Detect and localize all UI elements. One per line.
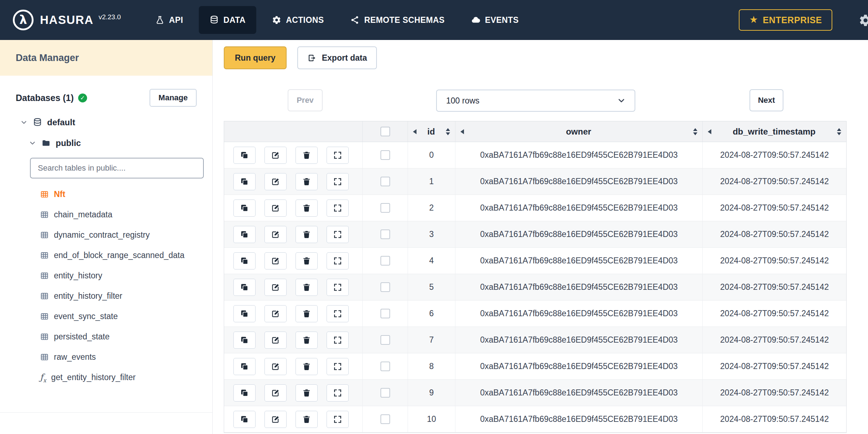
tree-item-default-database[interactable]: default <box>0 112 212 133</box>
expand-row-button[interactable] <box>327 226 349 243</box>
sort-icon[interactable] <box>837 128 841 135</box>
sidebar-table-chain_metadata[interactable]: chain_metadata <box>0 205 212 225</box>
row-checkbox[interactable] <box>380 309 390 318</box>
sidebar-divider <box>0 412 212 413</box>
clone-row-button[interactable] <box>233 332 256 349</box>
delete-row-button[interactable] <box>296 411 318 428</box>
enterprise-button[interactable]: ★ ENTERPRISE <box>739 9 832 31</box>
row-checkbox[interactable] <box>380 335 390 345</box>
delete-row-button[interactable] <box>296 200 318 217</box>
expand-row-button[interactable] <box>327 252 349 269</box>
prev-page-button[interactable]: Prev <box>288 89 323 111</box>
collapse-column-icon[interactable] <box>708 129 711 134</box>
table-icon <box>40 271 49 280</box>
clone-row-button[interactable] <box>233 279 256 296</box>
clone-row-button[interactable] <box>233 252 256 269</box>
tree-item-public-schema[interactable]: public <box>0 133 212 153</box>
edit-row-button[interactable] <box>264 384 287 402</box>
nav-item-events[interactable]: EVENTS <box>460 6 529 34</box>
clone-row-button[interactable] <box>233 200 256 217</box>
nav-item-actions[interactable]: ACTIONS <box>261 6 334 34</box>
delete-row-button[interactable] <box>296 384 318 402</box>
clone-row-button[interactable] <box>233 411 256 428</box>
delete-row-button[interactable] <box>296 332 318 349</box>
clone-row-button[interactable] <box>233 173 256 190</box>
select-all-checkbox[interactable] <box>380 127 390 136</box>
delete-row-button[interactable] <box>296 279 318 296</box>
expand-row-button[interactable] <box>327 411 349 428</box>
nav-item-data[interactable]: DATA <box>199 6 256 34</box>
row-checkbox[interactable] <box>380 362 390 371</box>
row-checkbox[interactable] <box>380 282 390 292</box>
cell-owner: 0xaBA7161A7fb69c88e16ED9f455CE62B791EE4D… <box>455 274 703 301</box>
run-query-button[interactable]: Run query <box>224 46 287 69</box>
nav-item-remote-schemas[interactable]: REMOTE SCHEMAS <box>339 6 455 34</box>
expand-row-button[interactable] <box>327 173 349 190</box>
row-checkbox[interactable] <box>380 203 390 213</box>
table-header-id[interactable]: id <box>408 121 455 142</box>
clone-row-button[interactable] <box>233 305 256 322</box>
clone-row-button[interactable] <box>233 226 256 243</box>
edit-row-button[interactable] <box>264 173 287 190</box>
sidebar-table-dynamic_contract_registry[interactable]: dynamic_contract_registry <box>0 225 212 245</box>
expand-row-button[interactable] <box>327 358 349 375</box>
delete-row-button[interactable] <box>296 252 318 269</box>
edit-row-button[interactable] <box>264 411 287 428</box>
sort-icon[interactable] <box>693 128 697 135</box>
edit-row-button[interactable] <box>264 279 287 296</box>
sidebar-table-entity_history_filter[interactable]: entity_history_filter <box>0 286 212 306</box>
rows-per-page-select[interactable]: 100 rows <box>436 90 635 112</box>
collapse-column-icon[interactable] <box>460 129 464 134</box>
delete-row-button[interactable] <box>296 226 318 243</box>
nav-item-api[interactable]: API <box>145 6 194 34</box>
sidebar-table-persisted_state[interactable]: persisted_state <box>0 327 212 347</box>
row-checkbox[interactable] <box>380 150 390 160</box>
expand-row-button[interactable] <box>327 332 349 349</box>
sidebar-table-event_sync_state[interactable]: event_sync_state <box>0 306 212 327</box>
chevron-down-icon[interactable] <box>20 118 28 126</box>
delete-row-button[interactable] <box>296 305 318 322</box>
delete-row-button[interactable] <box>296 358 318 375</box>
table-icon <box>40 332 49 341</box>
hasura-logo-icon[interactable]: λ <box>13 10 34 30</box>
clone-row-button[interactable] <box>233 384 256 402</box>
edit-row-button[interactable] <box>264 305 287 322</box>
table-header-owner[interactable]: owner <box>455 121 703 142</box>
table-header-db-write-timestamp[interactable]: db_write_timestamp <box>703 121 846 142</box>
next-page-button[interactable]: Next <box>750 89 783 111</box>
sidebar-table-get_entity_history_filter[interactable]: ƒx get_entity_history_filter <box>0 367 212 388</box>
expand-row-button[interactable] <box>327 200 349 217</box>
edit-row-button[interactable] <box>264 358 287 375</box>
share-icon <box>350 15 359 25</box>
edit-row-button[interactable] <box>264 147 287 164</box>
expand-icon <box>333 151 342 160</box>
sidebar-table-Nft[interactable]: Nft <box>0 184 212 205</box>
delete-row-button[interactable] <box>296 147 318 164</box>
sidebar-table-entity_history[interactable]: entity_history <box>0 266 212 286</box>
edit-row-button[interactable] <box>264 252 287 269</box>
collapse-column-icon[interactable] <box>413 129 417 134</box>
row-checkbox[interactable] <box>380 177 390 186</box>
export-data-button[interactable]: Export data <box>297 46 377 69</box>
row-checkbox[interactable] <box>380 229 390 239</box>
sort-icon[interactable] <box>446 128 450 135</box>
edit-row-button[interactable] <box>264 332 287 349</box>
sidebar-table-raw_events[interactable]: raw_events <box>0 347 212 367</box>
chevron-down-icon[interactable] <box>29 139 36 147</box>
settings-gear-icon[interactable] <box>859 14 868 27</box>
row-checkbox[interactable] <box>380 256 390 266</box>
expand-row-button[interactable] <box>327 305 349 322</box>
manage-button[interactable]: Manage <box>150 89 197 107</box>
delete-row-button[interactable] <box>296 173 318 190</box>
expand-row-button[interactable] <box>327 147 349 164</box>
row-checkbox[interactable] <box>380 414 390 424</box>
clone-row-button[interactable] <box>233 358 256 375</box>
search-tables-input[interactable] <box>30 158 204 178</box>
edit-row-button[interactable] <box>264 226 287 243</box>
clone-row-button[interactable] <box>233 147 256 164</box>
row-checkbox[interactable] <box>380 388 390 398</box>
edit-row-button[interactable] <box>264 200 287 217</box>
expand-row-button[interactable] <box>327 384 349 402</box>
sidebar-table-end_of_block_range_scanned_data[interactable]: end_of_block_range_scanned_data <box>0 245 212 266</box>
expand-row-button[interactable] <box>327 279 349 296</box>
